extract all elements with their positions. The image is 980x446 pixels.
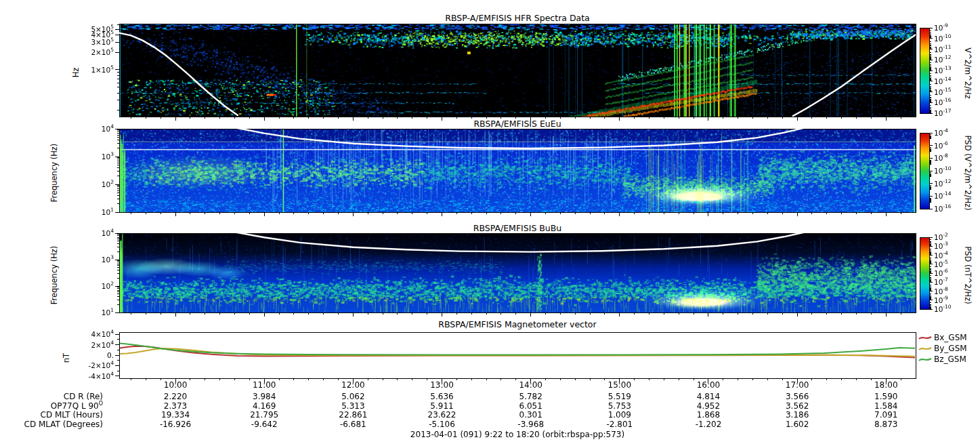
bubu-spectrogram-canvas bbox=[119, 233, 916, 312]
colorbar-tick-label: 10-12 bbox=[934, 180, 952, 187]
table-cell: 5.636 bbox=[430, 392, 453, 401]
table-row-label: CD MLAT (Degrees) bbox=[24, 420, 103, 429]
time-tick-label: 16:00 bbox=[697, 381, 721, 390]
table-cell: 1.584 bbox=[874, 402, 897, 411]
y-tick-label: 0. bbox=[107, 352, 114, 359]
colorbar-tick-label: 10-9 bbox=[934, 296, 948, 304]
y-tick-label: 4×104 bbox=[91, 331, 114, 338]
colorbar-tick-label: 10-15 bbox=[934, 88, 952, 96]
colorbar-1-ticks bbox=[929, 28, 933, 113]
table-cell: 5.911 bbox=[430, 402, 453, 411]
table-cell: 3.984 bbox=[253, 392, 276, 401]
y-tick-label: 2×105 bbox=[91, 49, 114, 56]
table-cell: 1.868 bbox=[697, 411, 720, 420]
table-cell: 7.091 bbox=[874, 411, 897, 420]
time-tick-label: 17:00 bbox=[786, 381, 809, 390]
y-tick-label: 101 bbox=[102, 209, 114, 216]
table-cell: 5.519 bbox=[608, 392, 631, 401]
time-tick-label: 12:00 bbox=[341, 381, 365, 390]
colorbar-tick-label: 10-16 bbox=[934, 99, 952, 106]
table-cell: 3.562 bbox=[786, 402, 809, 411]
colorbar-tick-label: 10-8 bbox=[934, 287, 948, 295]
table-cell: -5.106 bbox=[429, 420, 455, 429]
legend-line-swatch bbox=[918, 356, 932, 363]
y-tick-label: -2×104 bbox=[89, 362, 114, 369]
colorbar-tick-label: 10-6 bbox=[934, 270, 948, 277]
magnetometer-lines bbox=[119, 343, 916, 357]
time-tick-label: 10:00 bbox=[164, 381, 188, 390]
figure: RBSP-A/EMFISIS HFR Spectra Data RBSPA/EM… bbox=[0, 0, 980, 446]
colorbar-tick-label: 10-5 bbox=[934, 260, 948, 268]
colorbar-tick-label: 10-8 bbox=[934, 155, 948, 162]
time-tick-label: 18:00 bbox=[874, 381, 898, 390]
table-cell: 3.566 bbox=[786, 392, 809, 401]
colorbar-tick-label: 10-4 bbox=[934, 251, 948, 259]
panel-4-border bbox=[120, 333, 916, 379]
colorbar-tick-label: 10-10 bbox=[934, 167, 952, 175]
colorbar-tick-label: 10-11 bbox=[934, 45, 952, 53]
colorbar-tick-label: 10-13 bbox=[934, 67, 952, 75]
time-tick-label: 13:00 bbox=[430, 381, 454, 390]
colorbar-tick-label: 10-6 bbox=[934, 142, 948, 149]
y-tick-label: 104 bbox=[102, 125, 114, 133]
y-tick-label: 103 bbox=[102, 153, 114, 161]
colorbar-tick-label: 10-10 bbox=[934, 306, 952, 313]
y-tick-label: 1×105 bbox=[91, 66, 114, 73]
y-tick-label: 2×104 bbox=[91, 341, 114, 348]
y-tick-label: 102 bbox=[102, 283, 114, 290]
legend-label: Bx_GSM bbox=[934, 333, 967, 342]
panel1-title: RBSP-A/EMFISIS HFR Spectra Data bbox=[119, 13, 916, 23]
colorbar-canvas-3 bbox=[920, 237, 929, 309]
panel2-title: RBSPA/EMFISIS EuEu bbox=[119, 119, 916, 129]
table-cell: 0.301 bbox=[519, 411, 542, 420]
colorbar-tick-label: 10-12 bbox=[934, 56, 952, 64]
table-cell: 5.313 bbox=[341, 402, 364, 411]
colorbar-3-ticks bbox=[929, 237, 933, 309]
table-cell: -2.801 bbox=[606, 420, 633, 429]
colorbar-canvas-1 bbox=[920, 28, 929, 113]
legend-line-swatch bbox=[918, 334, 932, 341]
y-tick-label: 103 bbox=[102, 256, 114, 264]
time-tick-label: 14:00 bbox=[519, 381, 542, 390]
series-bx_gsm bbox=[119, 346, 916, 358]
y-tick-label: 3×105 bbox=[91, 39, 114, 46]
table-cell: 5.782 bbox=[519, 392, 542, 401]
y-tick-label: 104 bbox=[102, 230, 114, 237]
legend-item-bz-gsm: Bz_GSM bbox=[918, 354, 966, 364]
table-cell: 8.873 bbox=[874, 420, 897, 429]
colorbar-tick-label: 10-7 bbox=[934, 279, 948, 286]
series-bz_gsm bbox=[119, 343, 916, 354]
series-by_gsm bbox=[119, 348, 916, 357]
time-tick-label: 11:00 bbox=[253, 381, 276, 390]
y-tick-label: 101 bbox=[102, 309, 114, 317]
table-cell: 1.602 bbox=[786, 420, 809, 429]
colorbar-tick-label: 10-14 bbox=[934, 77, 952, 85]
table-cell: 23.622 bbox=[428, 411, 456, 420]
legend-label: Bz_GSM bbox=[934, 354, 966, 364]
eueu-spectrogram-canvas bbox=[119, 129, 916, 212]
colorbar-canvas-2 bbox=[920, 133, 929, 209]
legend-label: By_GSM bbox=[934, 344, 967, 353]
legend-line-swatch bbox=[918, 345, 932, 352]
table-row-label: CD MLT (Hours) bbox=[41, 411, 103, 420]
table-row-label: OP77Q L 90O bbox=[51, 402, 103, 411]
table-cell: 5.062 bbox=[341, 392, 364, 401]
colorbar-tick-label: 10-2 bbox=[934, 234, 948, 241]
table-cell: 21.795 bbox=[250, 411, 278, 420]
panel4-title: RBSPA/EMFISIS Magnetometer vector bbox=[119, 319, 916, 329]
colorbar-tick-label: 10-14 bbox=[934, 192, 952, 200]
table-cell: 4.169 bbox=[253, 402, 276, 411]
legend-item-by-gsm: By_GSM bbox=[918, 344, 967, 353]
panel3-title: RBSPA/EMFISIS BuBu bbox=[119, 223, 916, 233]
hfr-spectrogram-canvas bbox=[119, 24, 916, 117]
y-tick-label: -4×104 bbox=[89, 372, 114, 380]
colorbar-tick-label: 10-3 bbox=[934, 243, 948, 250]
colorbar-tick-label: 10-10 bbox=[934, 35, 952, 42]
colorbar-tick-label: 10-16 bbox=[934, 205, 952, 213]
table-cell: 4.952 bbox=[697, 402, 720, 411]
panel-4-ticks bbox=[115, 334, 901, 383]
table-cell: 3.186 bbox=[786, 411, 809, 420]
table-cell: 19.334 bbox=[161, 411, 190, 420]
colorbar-tick-label: 10-9 bbox=[934, 24, 948, 32]
table-cell: 22.861 bbox=[339, 411, 367, 420]
